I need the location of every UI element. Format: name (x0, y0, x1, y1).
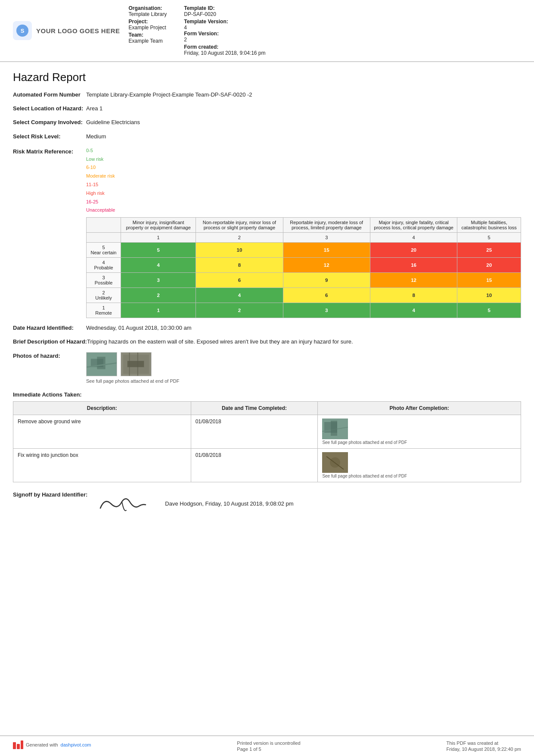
team-line: Team: Example Team (129, 32, 167, 44)
action-1-description: Remove above ground wire (13, 415, 191, 448)
cell-2-1: 2 (121, 288, 196, 303)
svg-rect-4 (97, 356, 105, 369)
matrix-num-2: 2 (196, 233, 283, 243)
date-hazard-value: Wednesday, 01 August 2018, 10:30:00 am (86, 324, 521, 332)
company-value: Guideline Electricians (86, 119, 521, 126)
brand-icon (13, 740, 23, 749)
footer-pdf-created: This PDF was created at (447, 740, 521, 746)
template-version-label: Template Version: (184, 19, 265, 25)
hazard-photo-1 (86, 352, 117, 376)
action-2-photo: See full page photos attached at end of … (318, 448, 521, 482)
location-label: Select Location of Hazard: (13, 105, 86, 112)
action-row-2: Fix wiring into junction box 01/08/2018 (13, 448, 521, 482)
cell-5-5: 25 (457, 243, 521, 258)
actions-col1-header: Description: (13, 401, 191, 415)
likelihood-4: 4Probable (87, 258, 121, 273)
team-value: Example Team (129, 38, 167, 44)
signoff-row: Signoff by Hazard Identifier: Dave Hodgs… (13, 491, 521, 517)
cell-5-4: 20 (370, 243, 457, 258)
action-2-description: Fix wiring into junction box (13, 448, 191, 482)
matrix-row-1: 1Remote 1 2 3 4 5 (87, 303, 521, 318)
location-value: Area 1 (86, 105, 521, 112)
org-line: Organisation: Template Library (129, 5, 167, 17)
location-row: Select Location of Hazard: Area 1 (13, 105, 521, 112)
hazard-photo-2 (121, 352, 152, 376)
actions-header-row: Description: Date and Time Completed: Ph… (13, 401, 521, 415)
cell-5-1: 5 (121, 243, 196, 258)
header-col-left: Organisation: Template Library Project: … (129, 5, 167, 56)
form-created-value: Friday, 10 August 2018, 9:04:16 pm (184, 50, 265, 56)
date-hazard-row: Date Hazard Identified: Wednesday, 01 Au… (13, 324, 521, 332)
project-value: Example Project (129, 25, 167, 31)
likelihood-3: 3Possible (87, 273, 121, 288)
photos-label: Photos of hazard: (13, 352, 86, 360)
cell-4-3: 12 (283, 258, 370, 273)
main-content: Hazard Report Automated Form Number Temp… (0, 62, 534, 735)
description-row: Brief Description of Hazard: Tripping ha… (13, 338, 521, 346)
form-version-label: Form Version: (184, 31, 265, 37)
matrix-consequence-4: Major injury, single fatality, critical … (370, 218, 457, 233)
form-number-row: Automated Form Number Template Library-E… (13, 91, 521, 99)
description-label: Brief Description of Hazard: (13, 338, 87, 346)
matrix-num-5: 5 (457, 233, 521, 243)
cell-5-2: 10 (196, 243, 283, 258)
actions-col2-header: Date and Time Completed: (191, 401, 318, 415)
form-number-label: Automated Form Number (13, 91, 86, 99)
description-value: Tripping hazards on the eastern wall of … (87, 338, 521, 346)
cell-4-1: 4 (121, 258, 196, 273)
footer-center: Printed version is uncontrolled Page 1 o… (237, 740, 300, 752)
footer-brand-link[interactable]: dashpivot.com (61, 742, 91, 747)
matrix-row-4: 4Probable 4 8 12 16 20 (87, 258, 521, 273)
footer-pdf-date: Friday, 10 August 2018, 9:22:40 pm (447, 747, 521, 752)
footer-page: Page 1 of 5 (237, 747, 300, 752)
signoff-label: Signoff by Hazard Identifier: (13, 491, 87, 499)
signoff-content: Dave Hodgson, Friday, 10 August 2018, 9:… (96, 491, 293, 517)
matrix-row-2: 2Unlikely 2 4 6 8 10 (87, 288, 521, 303)
matrix-row-3: 3Possible 3 6 9 12 15 (87, 273, 521, 288)
cell-2-5: 10 (457, 288, 521, 303)
legend-low-range: 0-5 (86, 148, 93, 153)
header-meta: Organisation: Template Library Project: … (129, 5, 521, 56)
risk-matrix-container: 0-5 Low risk 6-10 Moderate risk 11-15 Hi… (86, 147, 521, 318)
template-version-value: 4 (184, 25, 265, 31)
cell-1-2: 2 (196, 303, 283, 318)
form-created-line: Form created: Friday, 10 August 2018, 9:… (184, 44, 265, 56)
svg-text:S: S (21, 28, 25, 34)
logo-area: S YOUR LOGO GOES HERE (13, 5, 120, 56)
report-title: Hazard Report (13, 71, 521, 84)
photos-row: Photos of hazard: (13, 352, 521, 384)
risk-matrix-table: Minor injury, insignificant property or … (86, 217, 521, 318)
svg-rect-21 (21, 740, 23, 749)
matrix-num-4: 4 (370, 233, 457, 243)
svg-rect-14 (331, 421, 337, 436)
cell-3-2: 6 (196, 273, 283, 288)
hazard-photos-area (86, 352, 521, 376)
matrix-corner-cell (87, 218, 121, 233)
matrix-consequence-2: Non-reportable injury, minor loss of pro… (196, 218, 283, 233)
cell-3-3: 9 (283, 273, 370, 288)
cell-2-2: 4 (196, 288, 283, 303)
cell-1-4: 4 (370, 303, 457, 318)
action-1-photo: See full page photos attached at end of … (318, 415, 521, 448)
org-label: Organisation: (129, 5, 167, 11)
cell-3-4: 12 (370, 273, 457, 288)
cell-4-2: 8 (196, 258, 283, 273)
cell-4-5: 20 (457, 258, 521, 273)
matrix-consequence-5: Multiple fatalities, catastrophic busine… (457, 218, 521, 233)
footer-right: This PDF was created at Friday, 10 Augus… (447, 740, 521, 752)
action-1-date: 01/08/2018 (191, 415, 318, 448)
cell-2-3: 6 (283, 288, 370, 303)
footer-brand: Generated with dashpivot.com (13, 740, 91, 749)
action-2-photo-caption: See full page photos attached at end of … (322, 474, 516, 478)
template-id-value: DP-SAF-0020 (184, 11, 265, 17)
template-version-line: Template Version: 4 Form Version: 2 (184, 19, 265, 43)
legend-moderate-label: Moderate risk (86, 173, 115, 178)
matrix-row-5: 5Near certain 5 10 15 20 25 (87, 243, 521, 258)
action-2-photo-thumb (322, 452, 348, 473)
cell-1-3: 3 (283, 303, 370, 318)
legend-high-label: High risk (86, 191, 105, 196)
footer-brand-text: Generated with (26, 742, 58, 747)
cell-4-4: 16 (370, 258, 457, 273)
matrix-num-1: 1 (121, 233, 196, 243)
action-2-date: 01/08/2018 (191, 448, 318, 482)
